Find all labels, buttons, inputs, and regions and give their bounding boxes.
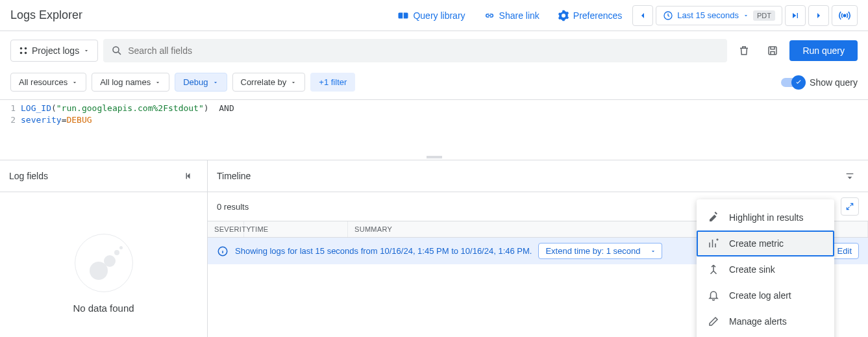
skip-end-icon bbox=[790, 10, 800, 21]
timeline-expand-button[interactable] bbox=[841, 167, 859, 185]
time-jump-end-button[interactable] bbox=[785, 5, 806, 26]
query-library-label: Query library bbox=[413, 10, 465, 21]
menu-create-alert[interactable]: Create log alert bbox=[697, 282, 834, 308]
code-content: LOG_ID("run.googleapis.com%2Fstdout") AN… bbox=[21, 100, 868, 129]
menu-create-metric[interactable]: Create metric bbox=[697, 231, 834, 256]
run-query-button[interactable]: Run query bbox=[789, 40, 858, 61]
book-icon bbox=[397, 10, 409, 21]
preferences-label: Preferences bbox=[573, 10, 622, 21]
trash-icon bbox=[738, 45, 750, 56]
drag-handle[interactable] bbox=[0, 155, 868, 160]
caret-down-icon bbox=[743, 12, 749, 19]
results-count: 0 results bbox=[217, 202, 249, 212]
info-icon bbox=[217, 245, 229, 257]
caret-down-icon bbox=[71, 79, 78, 86]
correlate-filter[interactable]: Correlate by bbox=[232, 73, 306, 92]
save-icon bbox=[767, 45, 778, 56]
query-editor[interactable]: 1 2 LOG_ID("run.googleapis.com%2Fstdout"… bbox=[0, 99, 868, 129]
search-input[interactable] bbox=[123, 45, 719, 56]
caret-down-icon bbox=[212, 79, 219, 86]
fullscreen-button[interactable] bbox=[841, 197, 859, 216]
show-query-label: Show query bbox=[810, 77, 858, 88]
svg-point-1 bbox=[843, 14, 845, 16]
save-button[interactable] bbox=[761, 39, 784, 62]
sink-icon bbox=[707, 263, 720, 276]
resources-label: All resources bbox=[19, 77, 68, 87]
extend-time-group: Extend time by: 1 second bbox=[538, 243, 662, 259]
edit-time-button[interactable]: Edit bbox=[830, 243, 859, 259]
caret-down-icon bbox=[290, 79, 297, 86]
project-logs-button[interactable]: Project logs bbox=[10, 40, 98, 62]
no-data-text: No data found bbox=[73, 303, 134, 314]
toggle-switch[interactable] bbox=[781, 78, 804, 87]
share-link-label: Share link bbox=[499, 10, 539, 21]
link-icon bbox=[484, 10, 495, 21]
caret-down-icon bbox=[650, 248, 656, 255]
correlate-label: Correlate by bbox=[241, 77, 287, 87]
clear-button[interactable] bbox=[732, 39, 756, 62]
search-icon bbox=[111, 45, 123, 56]
no-data-illustration bbox=[75, 234, 133, 292]
menu-create-sink[interactable]: Create sink bbox=[697, 256, 834, 282]
gear-icon bbox=[558, 10, 569, 21]
query-library-button[interactable]: Query library bbox=[390, 6, 473, 25]
caret-down-icon bbox=[155, 79, 161, 86]
chevron-left-icon bbox=[638, 10, 648, 21]
log-fields-title: Log fields bbox=[9, 171, 48, 181]
svg-rect-7 bbox=[769, 47, 776, 55]
pencil-icon bbox=[707, 315, 720, 328]
preferences-button[interactable]: Preferences bbox=[550, 6, 630, 25]
log-fields-panel: Log fields No data found bbox=[0, 160, 208, 337]
main-split: Log fields No data found Timeline 0 resu… bbox=[0, 160, 868, 337]
collapse-left-icon bbox=[183, 170, 195, 182]
timeline-title: Timeline bbox=[217, 171, 251, 181]
extend-time-button[interactable]: Extend time by: 1 second bbox=[538, 243, 647, 259]
timezone-badge: PDT bbox=[753, 10, 775, 21]
severity-filter[interactable]: Debug bbox=[175, 73, 227, 92]
share-link-button[interactable]: Share link bbox=[476, 6, 547, 25]
metric-icon bbox=[707, 237, 720, 250]
menu-create-sink-label: Create sink bbox=[729, 264, 775, 275]
lognames-filter[interactable]: All log names bbox=[92, 73, 169, 92]
line-gutter: 1 2 bbox=[0, 100, 21, 129]
add-filter-button[interactable]: +1 filter bbox=[310, 73, 355, 92]
menu-manage-alerts-label: Manage alerts bbox=[729, 316, 787, 327]
page-title: Logs Explorer bbox=[10, 8, 82, 22]
col-severity: SEVERITY bbox=[208, 221, 244, 237]
lognames-label: All log names bbox=[100, 77, 151, 87]
stream-button[interactable] bbox=[832, 5, 858, 26]
time-next-button[interactable] bbox=[808, 5, 829, 26]
severity-label: Debug bbox=[183, 77, 208, 87]
show-query-toggle: Show query bbox=[781, 77, 858, 88]
menu-manage-alerts[interactable]: Manage alerts bbox=[697, 308, 834, 334]
timeline-header: Timeline bbox=[208, 160, 868, 192]
svg-point-4 bbox=[20, 52, 23, 55]
bell-icon bbox=[707, 289, 720, 302]
log-fields-header: Log fields bbox=[0, 160, 207, 192]
query-bar: Project logs Run query bbox=[0, 31, 868, 70]
expand-down-icon bbox=[845, 171, 855, 181]
chevron-right-icon bbox=[813, 10, 824, 21]
collapse-panel-button[interactable] bbox=[180, 167, 198, 185]
menu-highlight[interactable]: Highlight in results bbox=[697, 205, 834, 231]
svg-point-5 bbox=[25, 52, 27, 55]
svg-point-3 bbox=[25, 47, 27, 50]
svg-point-2 bbox=[20, 47, 23, 50]
broadcast-icon bbox=[838, 9, 851, 22]
project-logs-label: Project logs bbox=[32, 45, 79, 56]
menu-highlight-label: Highlight in results bbox=[729, 212, 803, 223]
col-time: TIME bbox=[244, 221, 348, 237]
resources-filter[interactable]: All resources bbox=[10, 73, 86, 92]
grid-icon bbox=[19, 46, 28, 55]
menu-create-metric-label: Create metric bbox=[729, 238, 784, 249]
header: Logs Explorer Query library Share link P… bbox=[0, 0, 868, 31]
caret-down-icon bbox=[83, 47, 90, 54]
menu-download[interactable]: Download bbox=[697, 334, 834, 337]
no-data-placeholder: No data found bbox=[0, 192, 207, 337]
toggle-thumb bbox=[791, 75, 806, 90]
svg-point-6 bbox=[113, 47, 119, 53]
time-prev-button[interactable] bbox=[632, 5, 653, 26]
time-range-button[interactable]: Last 15 seconds PDT bbox=[656, 6, 782, 25]
extend-time-caret[interactable] bbox=[645, 243, 662, 259]
filters-bar: All resources All log names Debug Correl… bbox=[0, 70, 868, 99]
